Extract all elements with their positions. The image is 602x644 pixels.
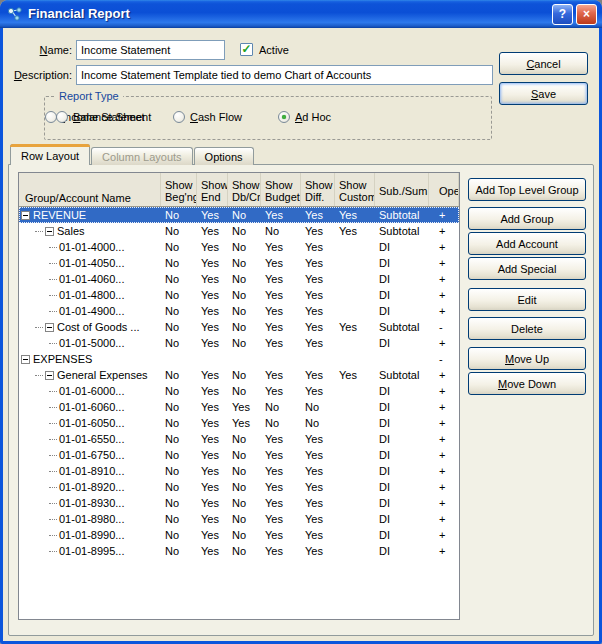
row-cell: No (161, 463, 197, 479)
row-label: REVENUE (33, 207, 86, 223)
tree-branch-line (49, 519, 57, 520)
row-cell: No (228, 287, 261, 303)
table-row[interactable]: 01-01-8930...NoYesNoYesYesDI+ (19, 495, 459, 511)
table-row[interactable]: 01-01-4060...NoYesNoYesYesDI+ (19, 271, 459, 287)
row-cell: Yes (261, 335, 301, 351)
row-cell: Yes (197, 511, 228, 527)
radio-cash-flow[interactable]: Cash Flow (173, 111, 242, 123)
add-account-button[interactable]: Add Account (468, 232, 586, 255)
report-type-group: Report Type Income StatementBalance Shee… (44, 96, 492, 140)
row-cell: DI (375, 447, 429, 463)
tree-collapse-icon[interactable] (21, 355, 30, 364)
active-checkbox[interactable]: ✓ (240, 43, 253, 56)
table-row[interactable]: EXPENSES- (19, 351, 459, 367)
row-cell (335, 527, 375, 543)
table-row[interactable]: 01-01-4050...NoYesNoYesYesDI+ (19, 255, 459, 271)
table-row[interactable]: SalesNoYesNoNoYesYesSubtotal+ (19, 223, 459, 239)
add-top-level-group-button[interactable]: Add Top Level Group (468, 178, 586, 201)
row-cell: Yes (301, 303, 335, 319)
row-name-cell: REVENUE (19, 207, 161, 223)
table-row[interactable]: 01-01-8920...NoYesNoYesYesDI+ (19, 479, 459, 495)
row-cell: No (161, 383, 197, 399)
row-cell (335, 255, 375, 271)
row-cell: No (161, 511, 197, 527)
row-cell (335, 431, 375, 447)
add-special-button[interactable]: Add Special (468, 257, 586, 280)
table-row[interactable]: 01-01-5000...NoYesNoYesYesDI+ (19, 335, 459, 351)
titlebar[interactable]: Financial Report ? × (0, 0, 602, 28)
table-row[interactable]: 01-01-6060...NoYesYesNoNoDI+ (19, 399, 459, 415)
row-cell: + (429, 207, 459, 223)
row-cell: No (261, 223, 301, 239)
row-cell: No (161, 527, 197, 543)
help-button[interactable]: ? (552, 4, 573, 25)
row-cell (335, 335, 375, 351)
row-name-cell: 01-01-8920... (19, 479, 161, 495)
table-row[interactable]: 01-01-8980...NoYesNoYesYesDI+ (19, 511, 459, 527)
table-row[interactable]: General ExpensesNoYesNoYesYesYesSubtotal… (19, 367, 459, 383)
tree-branch-line (49, 471, 57, 472)
delete-button[interactable]: Delete (468, 317, 586, 340)
tab-options[interactable]: Options (194, 147, 254, 165)
close-button[interactable]: × (576, 4, 597, 25)
row-cell: No (228, 335, 261, 351)
tree-collapse-icon[interactable] (45, 371, 54, 380)
table-row[interactable]: 01-01-6550...NoYesNoYesYesDI+ (19, 431, 459, 447)
cancel-button[interactable]: Cancel (499, 52, 588, 75)
row-cell (375, 351, 429, 367)
radio-balance-sheet[interactable]: Balance Sheet (56, 111, 145, 123)
radio-ad-hoc[interactable]: Ad Hoc (278, 111, 331, 123)
row-cell (161, 351, 197, 367)
table-row[interactable]: 01-01-6750...NoYesNoYesYesDI+ (19, 447, 459, 463)
description-input[interactable] (76, 65, 493, 85)
row-label: 01-01-6750... (59, 447, 124, 463)
tree-branch-line (35, 375, 43, 376)
row-cell: No (161, 271, 197, 287)
row-cell: Yes (335, 367, 375, 383)
row-cell: Yes (261, 527, 301, 543)
row-label: 01-01-8910... (59, 463, 124, 479)
row-cell: DI (375, 431, 429, 447)
table-row[interactable]: Cost of Goods ...NoYesNoYesYesYesSubtota… (19, 319, 459, 335)
table-row[interactable]: 01-01-4000...NoYesNoYesYesDI+ (19, 239, 459, 255)
move-up-button[interactable]: Move Up (468, 347, 586, 370)
row-name-cell: Sales (19, 223, 161, 239)
row-cell: DI (375, 287, 429, 303)
tree-collapse-icon[interactable] (45, 227, 54, 236)
row-cell: Yes (301, 479, 335, 495)
column-header: Show Diff. (301, 173, 335, 206)
row-cell (301, 351, 335, 367)
row-cell: + (429, 543, 459, 559)
table-row[interactable]: 01-01-4800...NoYesNoYesYesDI+ (19, 287, 459, 303)
table-row[interactable]: 01-01-6050...NoYesYesNoNoDI+ (19, 415, 459, 431)
save-button[interactable]: Save (499, 82, 588, 105)
row-label: 01-01-6060... (59, 399, 124, 415)
tree-branch-line (35, 231, 43, 232)
tab-row-layout[interactable]: Row Layout (10, 144, 90, 165)
edit-button[interactable]: Edit (468, 288, 586, 311)
row-cell: + (429, 223, 459, 239)
table-row[interactable]: 01-01-8990...NoYesNoYesYesDI+ (19, 527, 459, 543)
row-cell (261, 351, 301, 367)
tree-collapse-icon[interactable] (21, 211, 30, 220)
row-cell: Subtotal (375, 207, 429, 223)
tree-collapse-icon[interactable] (45, 323, 54, 332)
move-down-button[interactable]: Move Down (468, 372, 586, 395)
row-cell: DI (375, 463, 429, 479)
tree-branch-line (49, 295, 57, 296)
table-row[interactable]: 01-01-4900...NoYesNoYesYesDI+ (19, 303, 459, 319)
row-cell: Yes (197, 495, 228, 511)
table-row[interactable]: 01-01-8910...NoYesNoYesYesDI+ (19, 463, 459, 479)
row-label: 01-01-6000... (59, 383, 124, 399)
name-input[interactable] (76, 40, 225, 60)
add-group-button[interactable]: Add Group (468, 207, 586, 230)
table-row[interactable]: 01-01-8995...NoYesNoYesYesDI+ (19, 543, 459, 559)
row-cell: Subtotal (375, 319, 429, 335)
table-row[interactable]: 01-01-6000...NoYesNoYesYesDI+ (19, 383, 459, 399)
row-cell: DI (375, 527, 429, 543)
row-cell: Yes (301, 207, 335, 223)
row-cell: Yes (261, 367, 301, 383)
row-name-cell: 01-01-8930... (19, 495, 161, 511)
report-type-legend: Report Type (55, 90, 123, 102)
table-row[interactable]: REVENUENoYesNoYesYesYesSubtotal+ (19, 207, 459, 223)
